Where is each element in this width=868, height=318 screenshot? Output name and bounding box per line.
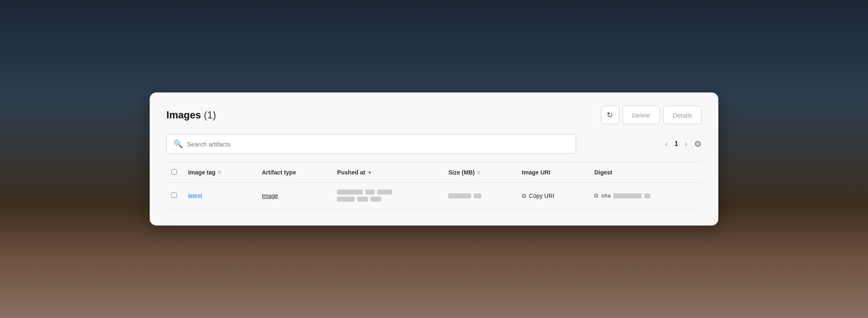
select-all-checkbox[interactable] (171, 169, 177, 174)
page-number: 1 (674, 140, 678, 148)
size-sort-icon[interactable]: ▽ (477, 170, 480, 175)
search-box: 🔍 (166, 134, 576, 154)
col-digest: Digest (589, 162, 702, 183)
col-artifact-type: Artifact type (257, 162, 332, 183)
details-button[interactable]: Details (663, 106, 702, 124)
title-count: (1) (204, 109, 216, 121)
row-check-cell (166, 183, 183, 209)
col-size: Size (MB) ▽ (443, 162, 517, 183)
redacted-block (613, 193, 642, 198)
redacted-block (365, 190, 375, 195)
copy-uri-content: ⧉ Copy URI (522, 192, 584, 200)
table-row: latest Image (166, 183, 702, 209)
row-checkbox[interactable] (171, 192, 177, 198)
row-size-cell (443, 183, 517, 209)
pushed-line1 (337, 190, 438, 195)
delete-button[interactable]: Delete (623, 106, 660, 124)
pushed-at-content (337, 190, 438, 202)
copy-icon[interactable]: ⧉ (522, 192, 526, 200)
settings-button[interactable]: ⚙ (694, 139, 702, 149)
redacted-block (337, 197, 355, 202)
redacted-block (377, 190, 392, 195)
header-actions: ↻ Delete Details (601, 106, 702, 124)
search-icon: 🔍 (174, 139, 183, 149)
digest-prefix: sha (601, 192, 610, 199)
search-row: 🔍 ‹ 1 › ⚙ (166, 134, 702, 154)
row-artifact-type-cell: Image (257, 183, 332, 209)
redacted-block (370, 197, 381, 202)
digest-copy-icon[interactable]: ⧉ (594, 192, 598, 199)
pagination-controls: ‹ 1 › ⚙ (663, 138, 702, 150)
next-page-button[interactable]: › (682, 138, 690, 150)
table-header-row: Image tag ▽ Artifact type Pushed at ▼ Si… (166, 162, 702, 183)
row-pushed-at-cell (332, 183, 443, 209)
redacted-block (448, 193, 471, 198)
images-panel: Images (1) ↻ Delete Details 🔍 ‹ 1 › ⚙ (150, 92, 718, 226)
row-image-uri-cell: ⧉ Copy URI (517, 183, 589, 209)
prev-page-button[interactable]: ‹ (663, 138, 670, 150)
search-input[interactable] (187, 141, 569, 148)
pushed-at-sort-icon[interactable]: ▼ (368, 170, 372, 175)
pushed-line2 (337, 197, 438, 202)
image-tag-sort-icon[interactable]: ▽ (218, 170, 221, 175)
col-image-tag: Image tag ▽ (183, 162, 257, 183)
copy-uri-label[interactable]: Copy URI (529, 192, 554, 199)
panel-title: Images (1) (166, 109, 216, 121)
header-row: Images (1) ↻ Delete Details (166, 106, 702, 124)
col-pushed-at: Pushed at ▼ (332, 162, 443, 183)
title-text: Images (166, 109, 201, 121)
digest-content: ⧉ sha (594, 192, 697, 199)
redacted-block (357, 197, 368, 202)
redacted-block (644, 193, 650, 198)
refresh-button[interactable]: ↻ (601, 106, 619, 124)
artifact-type-value: Image (262, 192, 278, 199)
row-tag-cell: latest (183, 183, 257, 209)
size-content (448, 193, 512, 198)
artifacts-table: Image tag ▽ Artifact type Pushed at ▼ Si… (166, 162, 702, 209)
tag-link[interactable]: latest (188, 192, 202, 199)
redacted-block (474, 193, 481, 198)
redacted-block (337, 190, 363, 195)
row-digest-cell: ⧉ sha (589, 183, 702, 209)
col-check (166, 162, 183, 183)
col-image-uri: Image URI (517, 162, 589, 183)
